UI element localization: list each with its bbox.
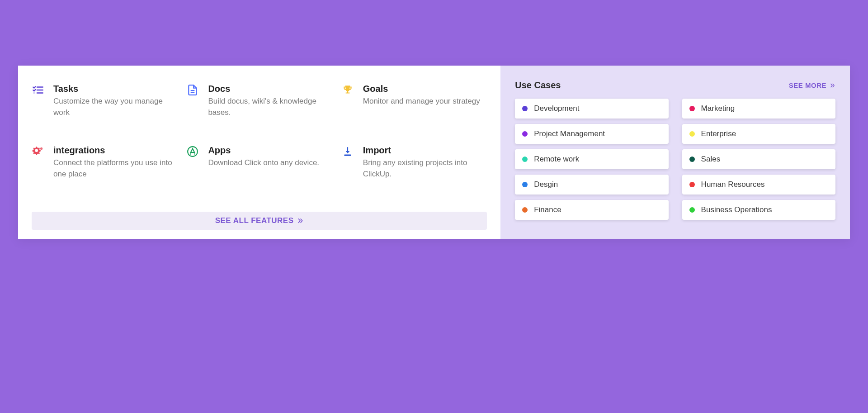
use-case-label: Sales (701, 155, 721, 164)
feature-desc: Download Click onto any device. (208, 157, 332, 169)
feature-desc: Customize the way you manage work (53, 96, 177, 118)
feature-desc: Build docus, wiki's & knowledge bases. (208, 96, 332, 118)
use-case-card[interactable]: Desgin (515, 175, 668, 195)
use-case-card[interactable]: Sales (682, 149, 835, 169)
feature-text: TasksCustomize the way you manage work (53, 84, 177, 118)
see-all-features-label: SEE ALL FEATURES (215, 216, 294, 225)
use-case-card[interactable]: Enterprise (682, 124, 835, 144)
gears-icon (32, 145, 44, 158)
use-cases-title: Use Cases (515, 80, 561, 90)
color-dot-icon (689, 207, 695, 213)
color-dot-icon (522, 106, 528, 111)
color-dot-icon (689, 131, 695, 137)
svg-rect-10 (344, 155, 351, 156)
feature-desc: Monitor and manage your strategy (363, 96, 487, 107)
feature-item[interactable]: integrationsConnect the platforms you us… (32, 145, 177, 180)
file-icon (186, 84, 199, 96)
use-case-label: Development (534, 104, 579, 113)
see-more-button[interactable]: SEE MORE (789, 81, 835, 89)
feature-item[interactable]: GoalsMonitor and manage your strategy (341, 84, 487, 118)
feature-title: Goals (363, 84, 487, 94)
double-chevron-right-icon (829, 82, 835, 89)
use-cases-section: Use Cases SEE MORE DevelopmentMarketingP… (500, 66, 850, 239)
svg-line-9 (195, 154, 195, 155)
use-case-card[interactable]: Marketing (682, 99, 835, 119)
feature-desc: Bring any existing projects into ClickUp… (363, 157, 487, 180)
feature-item[interactable]: DocsBuild docus, wiki's & knowledge base… (186, 84, 332, 118)
color-dot-icon (689, 182, 695, 187)
use-case-card[interactable]: Development (515, 99, 668, 119)
see-more-label: SEE MORE (789, 81, 826, 89)
feature-text: GoalsMonitor and manage your strategy (363, 84, 487, 107)
feature-title: Docs (208, 84, 332, 94)
features-grid: TasksCustomize the way you manage workDo… (32, 84, 487, 180)
see-all-features-button[interactable]: SEE ALL FEATURES (32, 212, 487, 230)
features-section: TasksCustomize the way you manage workDo… (18, 66, 500, 239)
double-chevron-right-icon (297, 217, 304, 224)
use-case-card[interactable]: Finance (515, 200, 668, 220)
use-case-label: Project Management (534, 129, 605, 138)
color-dot-icon (522, 157, 528, 162)
use-case-label: Human Resources (701, 180, 765, 189)
use-cases-header: Use Cases SEE MORE (515, 80, 835, 90)
use-case-label: Marketing (701, 104, 735, 113)
use-case-card[interactable]: Human Resources (682, 175, 835, 195)
feature-text: integrationsConnect the platforms you us… (53, 145, 177, 180)
color-dot-icon (522, 131, 528, 137)
feature-title: Tasks (53, 84, 177, 94)
svg-point-6 (40, 147, 42, 150)
checklist-icon (32, 84, 44, 96)
feature-item[interactable]: ImportBring any existing projects into C… (341, 145, 487, 180)
use-case-card[interactable]: Business Operations (682, 200, 835, 220)
use-case-card[interactable]: Remote work (515, 149, 668, 169)
feature-item[interactable]: AppsDownload Click onto any device. (186, 145, 332, 180)
feature-desc: Connect the platforms you use into one p… (53, 157, 177, 180)
use-case-label: Business Operations (701, 205, 772, 214)
feature-title: Apps (208, 145, 332, 156)
use-cases-grid: DevelopmentMarketingProject ManagementEn… (515, 99, 835, 220)
feature-text: ImportBring any existing projects into C… (363, 145, 487, 180)
use-case-card[interactable]: Project Management (515, 124, 668, 144)
feature-text: DocsBuild docus, wiki's & knowledge base… (208, 84, 332, 118)
color-dot-icon (689, 106, 695, 111)
feature-text: AppsDownload Click onto any device. (208, 145, 332, 169)
mega-menu-panel: TasksCustomize the way you manage workDo… (18, 66, 850, 239)
use-case-label: Enterprise (701, 129, 736, 138)
download-icon (341, 145, 354, 158)
feature-title: integrations (53, 145, 177, 156)
appstore-icon (186, 145, 199, 158)
color-dot-icon (522, 207, 528, 213)
use-case-label: Desgin (534, 180, 558, 189)
svg-line-8 (190, 154, 191, 155)
feature-title: Import (363, 145, 487, 156)
color-dot-icon (689, 157, 695, 162)
feature-item[interactable]: TasksCustomize the way you manage work (32, 84, 177, 118)
use-case-label: Finance (534, 205, 561, 214)
trophy-icon (341, 84, 354, 96)
color-dot-icon (522, 182, 528, 187)
use-case-label: Remote work (534, 155, 579, 164)
